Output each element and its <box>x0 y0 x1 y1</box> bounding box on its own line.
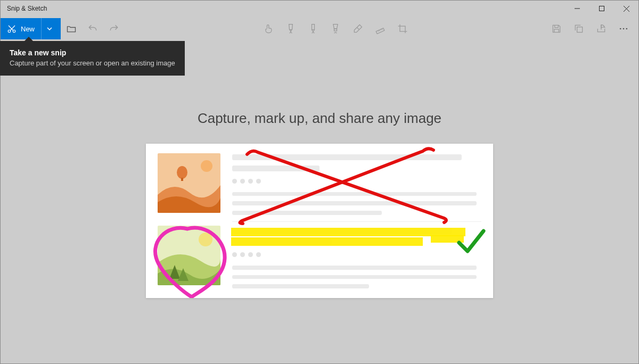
open-icon <box>66 23 77 34</box>
snip-icon <box>7 24 17 34</box>
annotation-tools <box>258 18 413 39</box>
svg-point-5 <box>13 30 15 32</box>
undo-icon <box>87 23 98 34</box>
maximize-icon <box>599 6 604 11</box>
ruler-button[interactable] <box>370 18 391 39</box>
minimize-icon <box>575 6 580 11</box>
sample-thumb-green <box>158 226 220 285</box>
svg-point-10 <box>626 28 628 30</box>
maximize-button[interactable] <box>589 1 614 16</box>
svg-point-13 <box>177 166 187 179</box>
undo-button[interactable] <box>82 18 103 39</box>
more-button[interactable] <box>613 18 634 39</box>
ballpoint-pen-icon <box>285 23 296 35</box>
crop-button[interactable] <box>392 18 413 39</box>
svg-point-9 <box>623 28 625 30</box>
new-button-tooltip: Take a new snip Capture part of your scr… <box>0 41 185 76</box>
file-tools <box>546 18 634 39</box>
svg-point-8 <box>620 28 621 30</box>
svg-rect-7 <box>577 27 583 32</box>
highlighter-icon <box>330 23 341 35</box>
pencil-button[interactable] <box>302 18 324 39</box>
hero-illustration <box>146 144 493 298</box>
close-button[interactable] <box>614 1 638 16</box>
headline-text: Capture, mark up, and share any image <box>198 110 441 127</box>
titlebar: Snip & Sketch <box>1 1 638 16</box>
new-button-label: New <box>21 25 35 33</box>
save-icon <box>551 23 562 34</box>
minimize-button[interactable] <box>565 1 589 16</box>
highlighter-button[interactable] <box>325 18 346 39</box>
close-icon <box>624 6 629 12</box>
window-title: Snip & Sketch <box>7 5 47 12</box>
redo-icon <box>109 23 119 34</box>
svg-rect-6 <box>376 28 384 34</box>
svg-point-4 <box>8 30 11 32</box>
eraser-icon <box>353 23 363 34</box>
open-button[interactable] <box>61 18 82 39</box>
window-controls <box>565 1 638 16</box>
sample-thumb-orange <box>158 153 220 213</box>
sample-text-lines <box>232 153 481 288</box>
svg-rect-1 <box>600 6 604 11</box>
pencil-icon <box>308 23 318 35</box>
copy-button[interactable] <box>568 18 589 39</box>
svg-point-16 <box>199 233 212 246</box>
new-button[interactable]: New <box>1 18 61 39</box>
ballpoint-pen-button[interactable] <box>280 18 301 39</box>
chevron-down-icon <box>47 27 52 30</box>
new-dropdown[interactable] <box>41 18 58 39</box>
tooltip-subtitle: Capture part of your screen or open an e… <box>10 59 175 67</box>
ruler-icon <box>375 23 386 34</box>
save-button[interactable] <box>546 18 567 39</box>
redo-button[interactable] <box>103 18 125 39</box>
copy-icon <box>574 23 584 34</box>
touch-write-icon <box>263 23 274 34</box>
touch-writing-button[interactable] <box>258 18 279 39</box>
svg-point-12 <box>201 160 212 172</box>
toolbar: New <box>1 16 638 41</box>
more-icon <box>618 23 629 34</box>
content-area: Capture, mark up, and share any image <box>1 41 638 363</box>
svg-rect-14 <box>181 178 183 181</box>
tooltip-title: Take a new snip <box>10 48 175 57</box>
share-icon <box>596 23 607 34</box>
share-button[interactable] <box>591 18 612 39</box>
crop-icon <box>397 23 408 34</box>
eraser-button[interactable] <box>347 18 368 39</box>
